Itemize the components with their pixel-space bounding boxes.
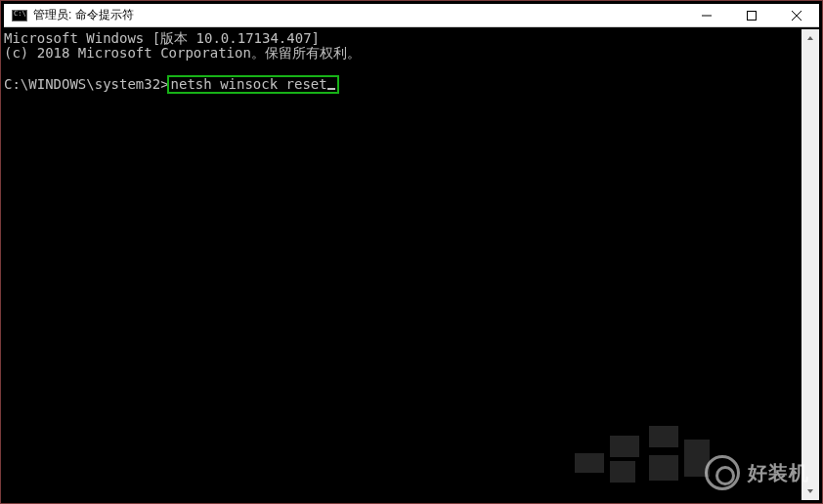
scroll-track[interactable] <box>801 47 819 483</box>
close-button[interactable] <box>774 4 819 27</box>
screenshot-frame: 管理员: 命令提示符 Microsoft Windows [版本 10.0.17… <box>0 0 823 504</box>
terminal-line-1: Microsoft Windows [版本 10.0.17134.407] <box>4 30 320 46</box>
minimize-button[interactable] <box>684 4 729 27</box>
terminal-prompt: C:\WINDOWS\system32> <box>4 76 169 92</box>
scroll-down-button[interactable] <box>801 483 819 500</box>
window-title: 管理员: 命令提示符 <box>33 7 134 23</box>
scroll-up-button[interactable] <box>801 29 819 47</box>
typed-command: netsh winsock reset <box>171 76 327 92</box>
terminal[interactable]: Microsoft Windows [版本 10.0.17134.407] (c… <box>4 29 801 500</box>
svg-rect-1 <box>748 11 757 20</box>
command-highlight: netsh winsock reset <box>167 75 339 94</box>
client-area: Microsoft Windows [版本 10.0.17134.407] (c… <box>4 27 819 500</box>
cmd-window: 管理员: 命令提示符 Microsoft Windows [版本 10.0.17… <box>4 4 819 500</box>
vertical-scrollbar[interactable] <box>801 29 819 500</box>
terminal-line-2: (c) 2018 Microsoft Corporation。保留所有权利。 <box>4 45 361 61</box>
svg-marker-5 <box>807 489 813 493</box>
svg-marker-4 <box>807 36 813 40</box>
titlebar[interactable]: 管理员: 命令提示符 <box>4 4 819 27</box>
cmd-icon <box>12 10 27 21</box>
maximize-button[interactable] <box>729 4 774 27</box>
cursor <box>327 88 335 90</box>
